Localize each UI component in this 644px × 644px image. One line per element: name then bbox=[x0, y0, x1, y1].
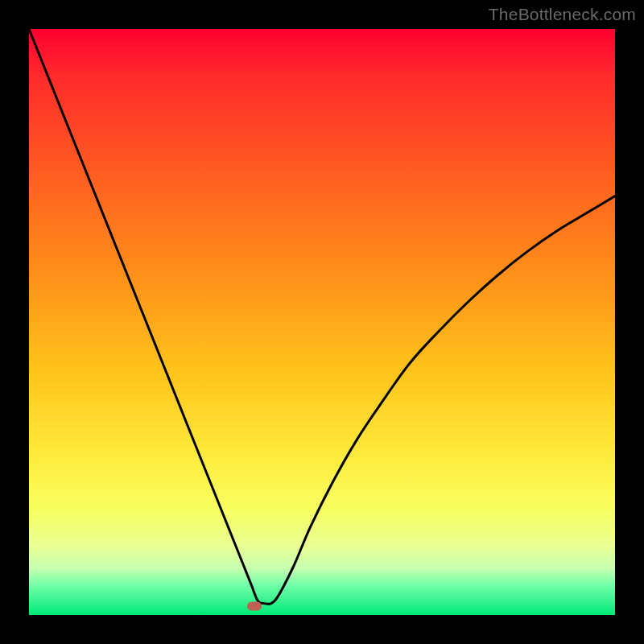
min-marker bbox=[247, 602, 262, 611]
curve-svg bbox=[29, 29, 615, 615]
bottleneck-curve bbox=[29, 29, 615, 604]
watermark-text: TheBottleneck.com bbox=[489, 5, 636, 24]
chart-frame: TheBottleneck.com bbox=[0, 0, 644, 644]
plot-area bbox=[29, 29, 615, 615]
